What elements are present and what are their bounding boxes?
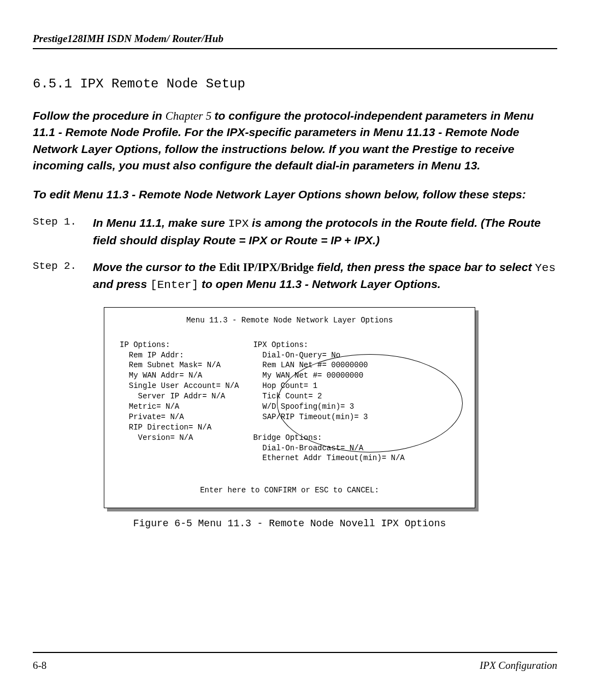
step-label: Step 1. bbox=[33, 215, 93, 228]
section-heading: 6.5.1 IPX Remote Node Setup bbox=[33, 77, 557, 91]
intro-paragraph-2: To edit Menu 11.3 - Remote Node Network … bbox=[33, 186, 557, 203]
terminal-menu-figure: Menu 11.3 - Remote Node Network Layer Op… bbox=[104, 307, 475, 508]
menu-footer: Enter here to CONFIRM or ESC to CANCEL: bbox=[114, 485, 465, 496]
step-1: Step 1. In Menu 11.1, make sure IPX is a… bbox=[33, 215, 557, 248]
figure-caption: Figure 6-5 Menu 11.3 - Remote Node Novel… bbox=[104, 518, 475, 529]
step-2: Step 2. Move the cursor to the Edit IP/I… bbox=[33, 259, 557, 293]
step-body: In Menu 11.1, make sure IPX is among the… bbox=[93, 215, 557, 248]
page-number: 6-8 bbox=[33, 660, 46, 672]
section-title: IPX Remote Node Setup bbox=[80, 77, 245, 91]
page-footer: 6-8 IPX Configuration bbox=[33, 652, 557, 672]
menu-box: Menu 11.3 - Remote Node Network Layer Op… bbox=[104, 307, 475, 508]
step-label: Step 2. bbox=[33, 259, 93, 272]
footer-section-name: IPX Configuration bbox=[480, 660, 557, 672]
document-header: Prestige128IMH ISDN Modem/ Router/Hub bbox=[33, 33, 557, 49]
section-number: 6.5.1 bbox=[33, 77, 72, 91]
intro-paragraph-1: Follow the procedure in Chapter 5 to con… bbox=[33, 108, 557, 174]
menu-ipx-bridge-options: IPX Options: Dial-On-Query= No Rem LAN N… bbox=[253, 340, 465, 464]
menu-ip-options: IP Options: Rem IP Addr: Rem Subnet Mask… bbox=[114, 340, 239, 464]
step-body: Move the cursor to the Edit IP/IPX/Bridg… bbox=[93, 259, 557, 293]
menu-title: Menu 11.3 - Remote Node Network Layer Op… bbox=[114, 315, 465, 326]
